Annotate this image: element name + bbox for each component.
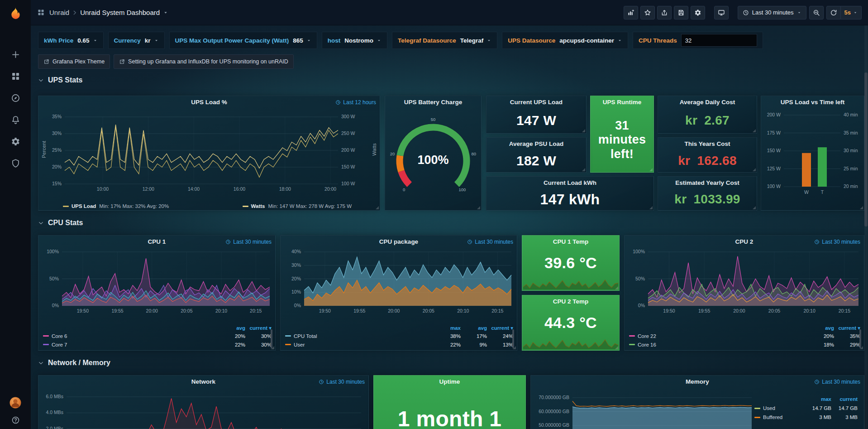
panel-title[interactable]: Uptime <box>374 376 525 387</box>
variable-value-dropdown[interactable]: kr <box>145 37 159 44</box>
legend-column-header[interactable]: current ▾ <box>245 325 272 331</box>
section-title: Network / Memory <box>48 359 110 367</box>
legend-scrollbar[interactable] <box>271 329 272 348</box>
variable-value-dropdown[interactable]: apcupsd-container <box>559 37 622 44</box>
legend-series-name[interactable]: User <box>294 342 305 347</box>
ups-battery-gauge[interactable]: 0205080100100% <box>385 108 481 210</box>
panel-title[interactable]: UPS Load vs Time left <box>761 96 864 108</box>
legend-series-name[interactable]: Watts <box>251 203 265 209</box>
x-axis-tick: 20:15 <box>244 308 267 313</box>
variable-input[interactable] <box>681 34 757 47</box>
ups-load-chart[interactable]: 35%30%25%20%15%300 W250 W200 W150 W100 W… <box>38 108 380 210</box>
x-axis-tick: 12:00 <box>137 186 160 192</box>
legend-column-header[interactable]: avg <box>808 325 834 331</box>
refresh-button[interactable] <box>826 6 841 19</box>
variable-value-dropdown[interactable]: 0.65 <box>77 37 97 44</box>
legend-series-name[interactable]: Core 16 <box>638 342 656 347</box>
legend-value: 17% <box>461 333 487 339</box>
grafana-logo[interactable] <box>0 0 31 28</box>
section-ups-stats[interactable]: UPS Stats <box>38 76 82 84</box>
time-range-picker[interactable]: Last 30 minutes <box>738 6 806 19</box>
section-network-memory[interactable]: Network / Memory <box>38 359 110 367</box>
panel-title[interactable]: UPS Load % <box>38 96 380 108</box>
legend-row: Core 2220%35% <box>629 332 860 340</box>
stat-value: 147 kWh <box>486 188 653 210</box>
panel-title[interactable]: CPU 2 Temp <box>522 295 619 307</box>
sidebar-item-profile[interactable] <box>9 396 22 410</box>
legend-column-header[interactable]: max <box>434 325 461 331</box>
cycle-view-button[interactable] <box>714 6 729 19</box>
panel-title[interactable]: CPU 1 Temp <box>522 236 619 247</box>
sidebar-item-server-admin[interactable] <box>0 152 31 174</box>
variable-value-dropdown[interactable]: 865 <box>293 37 311 44</box>
sidebar-item-explore[interactable] <box>0 87 31 109</box>
panel-ups-load-vs-time-left: UPS Load vs Time left 200 W40 min175 W35… <box>761 96 864 211</box>
bar-label: T <box>813 189 831 195</box>
sidebar-item-dashboards[interactable] <box>0 65 31 87</box>
section-cpu-stats[interactable]: CPU Stats <box>38 219 83 227</box>
dashboard-settings-button[interactable] <box>691 6 705 19</box>
legend-row: Core 620%30% <box>43 332 272 340</box>
panel-title[interactable]: This Years Cost <box>658 138 757 149</box>
legend-series-name[interactable]: Core 6 <box>52 333 67 339</box>
panel-title[interactable]: Current Load kWh <box>486 177 653 188</box>
panel-title[interactable]: Current UPS Load <box>486 96 586 108</box>
mark-favorite-button[interactable] <box>640 6 655 19</box>
top-navbar: Unraid Unraid System Dashboard Last 30 m… <box>31 0 868 25</box>
variable-value-dropdown[interactable]: Nostromo <box>344 37 382 44</box>
zoom-out-button[interactable] <box>809 6 824 19</box>
legend-column-header[interactable]: current <box>831 396 858 402</box>
dashboard-dropdown-caret-icon[interactable] <box>163 10 168 15</box>
sidebar-item-configuration[interactable] <box>0 130 31 152</box>
cpu2-chart[interactable]: 100%50%0%19:5019:5520:0020:0520:1020:15a… <box>625 247 864 350</box>
legend-column-header[interactable]: avg <box>461 325 487 331</box>
breadcrumb-folder[interactable]: Unraid <box>49 9 69 16</box>
legend-series-name[interactable]: Buffered <box>763 415 782 420</box>
panel-title[interactable]: Estimated Yearly Cost <box>658 177 757 188</box>
page-scrollbar[interactable] <box>864 25 868 429</box>
panel-title[interactable]: Average Daily Cost <box>658 96 757 108</box>
scrollbar-thumb[interactable] <box>864 72 868 227</box>
legend-series-name[interactable]: CPU Total <box>294 333 317 339</box>
panel-title[interactable]: UPS Runtime <box>591 96 653 108</box>
legend-column-header[interactable]: current ▾ <box>487 325 513 331</box>
ups-load-vs-time-chart[interactable]: 200 W40 min175 W35 min150 W30 min125 W25… <box>761 108 864 210</box>
legend-series-name[interactable]: Used <box>763 405 775 411</box>
stat-value: 147 W <box>486 108 586 133</box>
legend-scrollbar[interactable] <box>859 329 861 348</box>
refresh-icon <box>830 9 837 16</box>
save-dashboard-button[interactable] <box>674 6 688 19</box>
legend-series-name[interactable]: UPS Load <box>72 203 96 209</box>
user-avatar <box>9 396 22 410</box>
cpu1-chart[interactable]: 100%50%0%19:5019:5520:0020:0520:1020:15a… <box>38 247 275 350</box>
variable-ups-max-output-power-capacity-watt: UPS Max Output Power Capacity (Watt)865 <box>169 32 317 49</box>
cpu-package-chart[interactable]: 40%30%20%10%0%19:5019:5520:0020:0520:102… <box>281 247 517 350</box>
y-axis-tick: 70.000000 GB <box>531 395 569 400</box>
legend-value: 14.7 GB <box>831 405 858 411</box>
legend-item[interactable]: UPS LoadMin: 17% Max: 32% Avg: 20% <box>63 203 169 209</box>
sidebar-item-create[interactable] <box>0 43 31 65</box>
add-panel-button[interactable] <box>624 6 638 19</box>
variable-value-dropdown[interactable]: Telegraf <box>460 37 492 44</box>
legend-column-header[interactable]: max <box>805 396 831 402</box>
memory-chart[interactable]: 70.000000 GB60.000000 GB50.000000 GBmaxc… <box>531 387 864 429</box>
network-chart[interactable]: 6.0 MBs4.0 MBs2.0 MBs <box>38 387 368 429</box>
refresh-interval-button[interactable]: 5s <box>841 6 862 19</box>
legend-column-header[interactable]: avg <box>219 325 245 331</box>
dashboard-link[interactable]: Setting up Grafana and InfluxDB for UPS … <box>114 54 294 69</box>
legend-item[interactable]: WattsMin: 147 W Max: 278 W Avg: 175 W <box>243 203 352 209</box>
panel-title[interactable]: UPS Battery Charge <box>385 96 481 108</box>
panel-title[interactable]: Average PSU Load <box>486 138 586 149</box>
breadcrumb-dashboard-title[interactable]: Unraid System Dashboard <box>80 9 160 16</box>
legend-column-header[interactable]: current ▾ <box>834 325 860 331</box>
legend-series-name[interactable]: Core 7 <box>52 342 67 347</box>
caret-down-icon <box>306 38 311 43</box>
x-axis-tick: 14:00 <box>182 186 205 192</box>
dashboard-link[interactable]: Grafana Plex Theme <box>38 54 110 69</box>
legend-scrollbar[interactable] <box>512 329 514 348</box>
legend-series-name[interactable]: Core 22 <box>638 333 656 339</box>
panel-this-years-cost: This Years Cost kr 162.68 <box>658 137 757 173</box>
sidebar-item-help[interactable] <box>11 416 20 424</box>
sidebar-item-alerting[interactable] <box>0 109 31 130</box>
share-dashboard-button[interactable] <box>657 6 672 19</box>
